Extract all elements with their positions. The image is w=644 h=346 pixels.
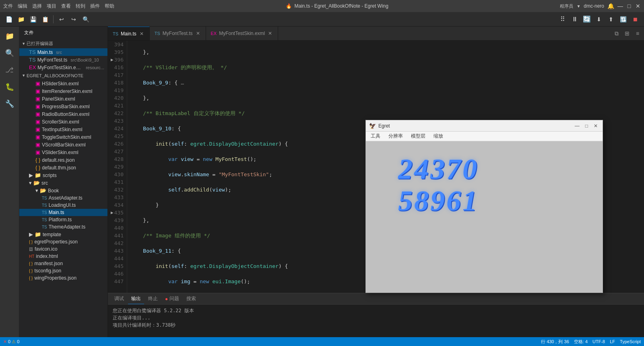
undo-button[interactable]: ↩	[56, 14, 67, 25]
sidebar-item-main-ts[interactable]: TS Main.ts src	[19, 48, 107, 56]
panel-tab-terminal[interactable]: 终止	[145, 294, 161, 304]
maximize-button[interactable]: □	[626, 3, 632, 9]
open-editors-section[interactable]: ▾ 已打开编辑器	[19, 39, 107, 48]
activity-search[interactable]: 🔍	[2, 45, 18, 61]
tab-myfonttestskin[interactable]: EX MyFontTestSkin.exml ✕	[206, 27, 279, 40]
egret-menu-resolution[interactable]: 分辨率	[387, 132, 405, 140]
project-section[interactable]: ▾ EGRET_ALLBOOKOFNOTE	[19, 71, 107, 80]
activity-explorer[interactable]: 📁	[2, 28, 18, 44]
menu-view[interactable]: 查看	[61, 3, 71, 10]
sidebar-item-indexhtml[interactable]: HT index.html	[19, 253, 107, 260]
sidebar-item-template[interactable]: ▶ 📁 template	[19, 231, 107, 238]
egret-minimize-button[interactable]: —	[573, 123, 581, 129]
redo-button[interactable]: ↪	[68, 14, 79, 25]
egret-menu-tools[interactable]: 工具	[369, 132, 382, 140]
sidebar-item-defaultthm[interactable]: { } default.thm.json	[19, 164, 107, 171]
debug-grid-icon[interactable]: ⠿	[557, 14, 568, 25]
notification-icon[interactable]: 🔔	[607, 3, 614, 9]
sidebar-item-scrollerskin[interactable]: ▣ ScrollerSkin.exml	[19, 118, 107, 126]
sidebar-item-book[interactable]: ▾ 📂 Book	[19, 187, 107, 194]
save-button[interactable]: 💾	[27, 14, 39, 25]
sidebar-item-defaultres[interactable]: { } default.res.json	[19, 156, 107, 164]
menu-help[interactable]: 帮助	[105, 3, 114, 10]
status-line-ending[interactable]: LF	[610, 339, 615, 345]
egret-close-button[interactable]: ✕	[592, 123, 599, 129]
panel-tab-search[interactable]: 搜索	[183, 294, 199, 304]
egret-numbers-line1: 24370	[398, 153, 479, 185]
sidebar-item-panelskin[interactable]: ▣ PanelSkin.exml	[19, 95, 107, 103]
exml-icon-10: ▣	[35, 149, 40, 155]
panel-tab-output[interactable]: 输出	[128, 294, 144, 304]
sidebar-item-assetadapter[interactable]: TS AssetAdapter.ts	[19, 194, 107, 202]
sidebar-item-radiobuttonskin[interactable]: ▣ RadioButtonSkin.exml	[19, 110, 107, 118]
sidebar-item-itemrendererskin[interactable]: ▣ ItemRendererSkin.exml	[19, 87, 107, 95]
activity-extensions[interactable]: 🔧	[2, 96, 18, 112]
json-icon-3: { }	[29, 240, 33, 244]
sidebar-item-loadingui[interactable]: TS LoadingUI.ts	[19, 202, 107, 209]
menu-plugin[interactable]: 插件	[90, 3, 100, 10]
titlebar: 文件 编辑 选择 项目 查看 转到 插件 帮助 🔥 Main.ts - Egre…	[0, 0, 644, 12]
menu-select[interactable]: 选择	[32, 3, 42, 10]
debug-step-out-button[interactable]: ⬆	[605, 14, 617, 25]
sidebar-item-vsliderskin[interactable]: ▣ VSliderSkin.exml	[19, 148, 107, 156]
sidebar-item-scripts[interactable]: ▶ 📁 scripts	[19, 171, 107, 179]
sidebar-item-tsconfig[interactable]: { } tsconfig.json	[19, 267, 107, 274]
flame-icon: 🔥	[286, 3, 292, 9]
more-tabs-button[interactable]: ≡	[633, 29, 642, 38]
sidebar-item-vscrollbarskin[interactable]: ▣ VScrollBarSkin.exml	[19, 141, 107, 148]
sidebar-item-manifest[interactable]: { } manifest.json	[19, 260, 107, 267]
egret-menu-zoom[interactable]: 缩放	[432, 132, 445, 140]
user-dropdown[interactable]: ▼	[576, 4, 580, 8]
activity-debug[interactable]: 🐛	[2, 79, 18, 95]
sidebar-item-myfonttest-ts[interactable]: TS MyFontTest.ts src\Book\9_10	[19, 56, 107, 64]
sidebar-item-egretprops[interactable]: { } egretProperties.json	[19, 238, 107, 245]
close-button[interactable]: ✕	[635, 3, 641, 9]
open-file-button[interactable]: 📁	[15, 14, 27, 25]
sidebar-item-hsliderskin[interactable]: ▣ HSliderSkin.exml	[19, 80, 107, 87]
status-position[interactable]: 行 430，列 36	[541, 339, 569, 345]
debug-stop-button[interactable]: ⏹	[630, 14, 641, 25]
status-errors[interactable]: ✕ 0 ⚠ 0	[3, 339, 19, 344]
sidebar-item-progressbarskin[interactable]: ▣ ProgressBarSkin.exml	[19, 103, 107, 110]
sidebar-item-platform[interactable]: TS Platform.ts	[19, 216, 107, 223]
layout-button[interactable]: ⊞	[622, 29, 632, 38]
egret-bitmap-numbers: 24370 58961	[398, 153, 479, 217]
sidebar-item-myfonttest-skin[interactable]: EX MyFontTestSkin.exml resourc...	[19, 64, 107, 71]
search-button[interactable]: 🔍	[80, 14, 91, 25]
status-spaces[interactable]: 空格: 4	[574, 339, 588, 345]
status-encoding[interactable]: UTF-8	[592, 339, 605, 345]
minimize-button[interactable]: —	[617, 3, 623, 9]
status-language[interactable]: TypeScript	[620, 339, 641, 345]
debug-pause-button[interactable]: ⏸	[569, 14, 580, 25]
debug-restart-button[interactable]: 🔃	[617, 14, 629, 25]
sidebar-item-textinputskin[interactable]: ▣ TextInputSkin.exml	[19, 126, 107, 133]
tab-close-main[interactable]: ✕	[139, 30, 144, 37]
tab-close-myfonttestskin[interactable]: ✕	[267, 30, 273, 37]
sidebar-item-themeadapter[interactable]: TS ThemeAdapter.ts	[19, 223, 107, 231]
sidebar-item-favicon[interactable]: 🖼 favicon.ico	[19, 245, 107, 253]
menu-file[interactable]: 文件	[3, 3, 13, 10]
debug-refresh-button[interactable]: 🔄	[581, 14, 592, 25]
split-editor-button[interactable]: ⧉	[612, 29, 621, 38]
menu-edit[interactable]: 编辑	[18, 3, 27, 10]
file-tree: ▾ 已打开编辑器 TS Main.ts src TS MyFontTest.ts…	[19, 39, 107, 337]
panel-tab-problems[interactable]: ● 问题	[162, 294, 182, 304]
menu-goto[interactable]: 转到	[76, 3, 85, 10]
window-title: Main.ts - Egret_AllBookOfNote - Egret Wi…	[294, 3, 388, 9]
panel-tab-debug[interactable]: 调试	[111, 294, 127, 304]
new-file-button[interactable]: 📄	[3, 14, 14, 25]
sidebar-item-main[interactable]: TS Main.ts	[19, 209, 107, 216]
debug-step-into-button[interactable]: ⬇	[593, 14, 605, 25]
sidebar-item-toggleswitchskin[interactable]: ▣ ToggleSwitchSkin.exml	[19, 133, 107, 141]
egret-menu-model[interactable]: 模型层	[409, 132, 427, 140]
sidebar-item-src[interactable]: ▾ 📂 src	[19, 179, 107, 187]
clone-button[interactable]: 📋	[39, 14, 51, 25]
menu-project[interactable]: 项目	[47, 3, 56, 10]
sidebar-item-wingprops[interactable]: { } wingProperties.json	[19, 274, 107, 282]
tab-main-ts[interactable]: TS Main.ts ✕	[108, 27, 150, 40]
tab-close-myfonttest[interactable]: ✕	[195, 30, 201, 37]
egret-maximize-button[interactable]: □	[584, 123, 590, 129]
activity-git[interactable]: ⎇	[2, 62, 18, 78]
status-language-text: TypeScript	[620, 339, 641, 344]
tab-myfonttest[interactable]: TS MyFontTest.ts ✕	[150, 27, 206, 40]
